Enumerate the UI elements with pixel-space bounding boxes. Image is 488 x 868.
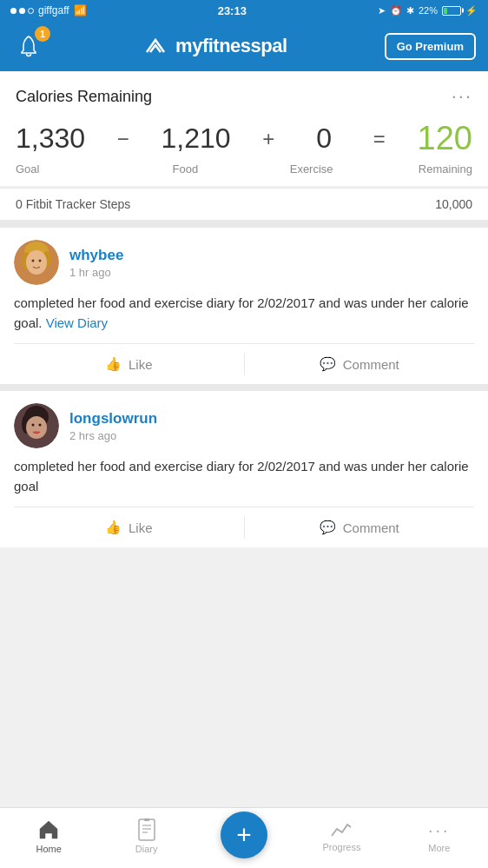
charging-icon: ⚡	[465, 5, 478, 17]
bottom-navigation: Home Diary + Progress ··· More	[0, 807, 488, 868]
notification-badge: 1	[35, 26, 50, 42]
feed-user-row-2: longslowrun 2 hrs ago	[14, 403, 474, 448]
like-label-2: Like	[129, 520, 153, 535]
like-button-1[interactable]: 👍 Like	[14, 348, 244, 381]
food-value: 1,210	[162, 123, 231, 155]
app-header: 1 myfitnesspal Go Premium	[0, 21, 488, 71]
nav-progress[interactable]: Progress	[293, 808, 390, 868]
avatar-longslowrun-img	[14, 403, 59, 448]
avatar-whybee[interactable]	[14, 240, 59, 285]
wifi-icon: 📶	[74, 4, 87, 17]
svg-point-6	[39, 260, 42, 262]
signal-dots	[10, 8, 34, 14]
fitbit-steps-text: 0 Fitbit Tracker Steps	[16, 197, 130, 211]
section-divider-1	[0, 221, 488, 228]
avatar-whybee-img	[14, 240, 59, 285]
feed-text-2: completed her food and exercise diary fo…	[14, 457, 474, 507]
nav-diary[interactable]: Diary	[97, 808, 195, 868]
svg-rect-18	[144, 818, 149, 821]
battery-indicator	[442, 6, 461, 16]
bluetooth-icon: ✱	[406, 5, 414, 17]
alarm-icon: ⏰	[390, 5, 402, 17]
nav-home[interactable]: Home	[0, 808, 97, 868]
diary-icon	[137, 818, 156, 841]
svg-point-12	[39, 424, 42, 427]
status-left: giffgaff 📶	[10, 4, 87, 17]
fitbit-bar: 0 Fitbit Tracker Steps 10,000	[0, 188, 488, 221]
nav-spacer	[0, 547, 488, 617]
calories-header: Calories Remaining ···	[16, 85, 472, 108]
feed-item-1: whybee 1 hr ago completed her food and e…	[0, 228, 488, 384]
svg-point-10	[26, 416, 47, 439]
carrier-name: giffgaff	[38, 4, 69, 17]
view-diary-link-1[interactable]: View Diary	[46, 315, 108, 330]
food-label: Food	[150, 162, 220, 176]
status-time: 23:13	[218, 4, 247, 17]
calories-labels-row: Goal Food Exercise Remaining	[16, 162, 472, 176]
minus-operator: −	[114, 127, 133, 151]
calories-values-row: 1,330 − 1,210 + 0 = 120	[16, 120, 472, 157]
nav-diary-label: Diary	[135, 844, 158, 854]
nav-more-label: More	[428, 843, 450, 853]
time-ago-2: 2 hrs ago	[69, 429, 157, 442]
nav-add-button[interactable]: +	[195, 808, 293, 868]
exercise-value: 0	[307, 123, 341, 155]
remaining-label: Remaining	[403, 162, 472, 176]
dot-1	[10, 8, 16, 14]
comment-label-2: Comment	[343, 520, 399, 535]
avatar-longslowrun[interactable]	[14, 403, 59, 448]
time-ago-1: 1 hr ago	[69, 266, 123, 279]
ua-logo-icon	[142, 36, 168, 56]
svg-point-4	[26, 250, 47, 275]
feed-text-1: completed her food and exercise diary fo…	[14, 294, 474, 343]
goal-value: 1,330	[16, 123, 85, 155]
svg-point-13	[34, 431, 40, 433]
comment-icon-1: 💬	[320, 356, 336, 372]
location-icon: ➤	[378, 5, 386, 17]
home-icon	[37, 818, 60, 841]
dot-2	[19, 8, 25, 14]
battery-shape	[442, 6, 461, 16]
app-name: myfitnesspal	[175, 35, 287, 57]
more-icon: ···	[428, 820, 451, 840]
comment-button-2[interactable]: 💬 Comment	[245, 511, 475, 544]
notification-bell-wrapper[interactable]: 1	[12, 30, 45, 63]
status-bar: giffgaff 📶 23:13 ➤ ⏰ ✱ 22% ⚡	[0, 0, 488, 21]
svg-rect-14	[139, 819, 155, 840]
svg-point-11	[32, 424, 35, 427]
goal-label: Goal	[16, 162, 85, 176]
like-button-2[interactable]: 👍 Like	[14, 511, 244, 544]
progress-icon	[330, 820, 353, 839]
plus-operator: +	[259, 127, 278, 151]
equals-operator: =	[370, 127, 389, 151]
like-label-1: Like	[129, 357, 153, 372]
feed-user-row-1: whybee 1 hr ago	[14, 240, 474, 285]
thumbs-up-icon-2: 👍	[105, 520, 122, 535]
comment-button-1[interactable]: 💬 Comment	[245, 348, 475, 381]
svg-point-5	[32, 260, 35, 262]
nav-more[interactable]: ··· More	[391, 808, 488, 868]
status-right: ➤ ⏰ ✱ 22% ⚡	[378, 5, 478, 17]
feed-actions-1: 👍 Like 💬 Comment	[14, 343, 474, 384]
feed-actions-2: 👍 Like 💬 Comment	[14, 507, 474, 547]
user-info-longslowrun: longslowrun 2 hrs ago	[69, 410, 157, 442]
user-info-whybee: whybee 1 hr ago	[69, 247, 123, 279]
fitbit-goal: 10,000	[435, 197, 472, 211]
more-options-icon[interactable]: ···	[452, 85, 472, 108]
username-longslowrun[interactable]: longslowrun	[69, 410, 157, 427]
comment-label-1: Comment	[343, 357, 399, 372]
dot-3	[28, 8, 34, 14]
battery-percent: 22%	[419, 5, 438, 16]
username-whybee[interactable]: whybee	[69, 247, 123, 264]
feed-item-2: longslowrun 2 hrs ago completed her food…	[0, 391, 488, 547]
app-logo: myfitnesspal	[142, 35, 287, 57]
calories-section: Calories Remaining ··· 1,330 − 1,210 + 0…	[0, 71, 488, 186]
thumbs-up-icon-1: 👍	[105, 356, 122, 372]
nav-progress-label: Progress	[322, 842, 360, 852]
comment-icon-2: 💬	[320, 520, 336, 535]
section-divider-2	[0, 384, 488, 391]
go-premium-button[interactable]: Go Premium	[385, 33, 476, 60]
calories-title: Calories Remaining	[16, 88, 152, 106]
add-circle-icon[interactable]: +	[221, 812, 267, 858]
remaining-value: 120	[418, 120, 472, 157]
